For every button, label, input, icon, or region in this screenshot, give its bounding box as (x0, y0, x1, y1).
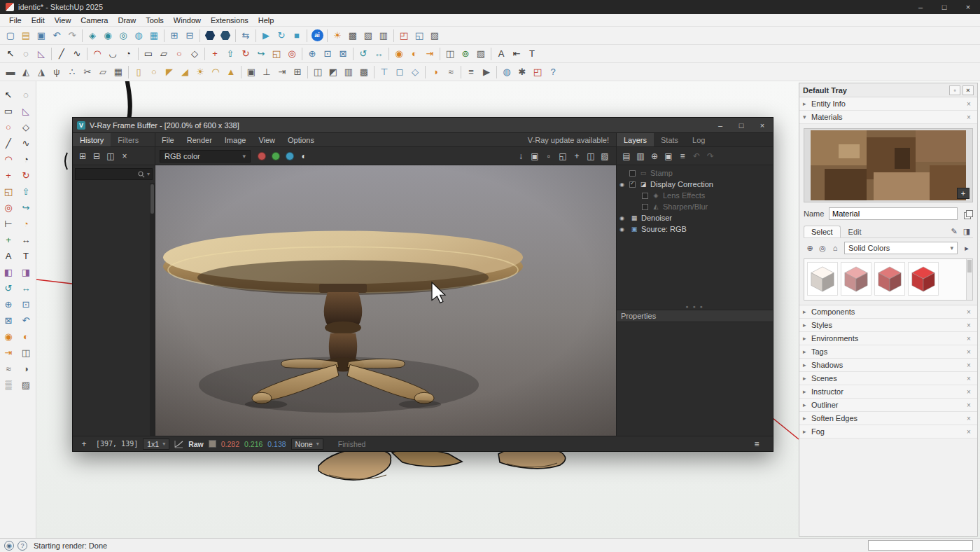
close-section-button[interactable]: × (964, 100, 974, 108)
section-fill-button[interactable]: ▩ (356, 64, 372, 80)
zoom-window-tool-button[interactable]: ⊡ (320, 46, 335, 62)
dimension-tool-button[interactable]: ⇤ (509, 46, 524, 62)
close-tray-button[interactable]: × (962, 85, 974, 95)
visibility-toggle-icon[interactable]: ◉ (620, 215, 629, 221)
arc-button[interactable]: ◠ (1, 151, 16, 167)
zoom-dropdown[interactable]: 1x1 ▾ (143, 439, 169, 450)
3d-text-button[interactable]: T (18, 248, 34, 263)
menu-tools[interactable]: Tools (141, 15, 169, 26)
vray-batch-render-button[interactable]: ⊟ (182, 28, 197, 43)
panel-splitter[interactable]: ● ● ● (617, 303, 773, 310)
menu-file[interactable]: File (4, 15, 27, 26)
tray-section-soften-edges[interactable]: ▸Soften Edges× (799, 412, 977, 425)
walk-button[interactable]: ⇥ (1, 345, 16, 360)
camera-walkthrough-button[interactable]: ⇥ (274, 64, 290, 80)
orbit-button[interactable]: ↺ (1, 280, 16, 296)
pan-button[interactable]: ↔ (18, 280, 34, 296)
offset-button[interactable]: ◎ (1, 200, 16, 215)
close-section-button[interactable]: × (964, 375, 974, 382)
in-model-button[interactable]: ⌂ (829, 242, 841, 254)
vfb-close-button[interactable]: × (752, 118, 773, 133)
vfb-menu-view[interactable]: View (252, 133, 281, 146)
close-section-button[interactable]: × (964, 415, 974, 422)
close-section-button[interactable]: × (964, 113, 974, 121)
close-section-button[interactable]: × (964, 322, 974, 329)
vray-enmesh-button[interactable]: ▦ (111, 64, 126, 80)
tab-history[interactable]: History (73, 133, 111, 146)
close-section-button[interactable]: × (964, 308, 974, 316)
extension-manager-button[interactable]: ◰ (530, 64, 545, 80)
vfb-minimize-button[interactable]: – (710, 118, 731, 133)
vfb-titlebar[interactable]: V V-Ray Frame Buffer - [200.0% of 600 x … (73, 118, 773, 133)
remove-from-history-button[interactable]: ⊟ (90, 149, 104, 163)
vray-fur-button[interactable]: ψ (49, 64, 64, 80)
rotate-tool-button[interactable]: ↻ (238, 46, 253, 62)
vray-omni-light-button[interactable]: ☀ (192, 64, 208, 80)
scrollbar-thumb[interactable] (967, 260, 972, 272)
zoom-window-button[interactable]: ⊡ (18, 296, 34, 312)
swatch-red[interactable] (908, 262, 939, 296)
green-channel-toggle[interactable] (272, 152, 280, 160)
swatch-light-red[interactable] (841, 262, 872, 296)
model-info-button[interactable]: ◍ (499, 64, 514, 80)
eraser-tool-button[interactable]: ◺ (34, 46, 49, 62)
save-file-button[interactable]: ▣ (34, 28, 49, 43)
copy-material-button[interactable] (960, 207, 973, 220)
geolocation-icon[interactable]: ◉ (4, 541, 14, 551)
tray-section-outliner[interactable]: ▸Outliner× (799, 399, 977, 412)
zoom-extents-button[interactable]: ⊠ (1, 312, 16, 328)
vray-render-last-button[interactable]: ◎ (115, 28, 131, 43)
section-plane-tool-button[interactable]: ◫ (442, 46, 458, 62)
soften-edges-button[interactable]: ≈ (1, 361, 16, 376)
layer-row-denoiser[interactable]: ◉▦Denoiser (617, 212, 773, 223)
clear-history-button[interactable]: × (118, 149, 132, 163)
add-layer-button[interactable]: ⊕ (648, 149, 662, 163)
vray-viewport-render-button[interactable]: ▦ (146, 28, 162, 43)
animation-play-button[interactable]: ▶ (479, 64, 494, 80)
look-around-tool-button[interactable]: ◐ (407, 46, 422, 62)
load-layer-preset-button[interactable]: ▤ (620, 149, 634, 163)
channel-dropdown[interactable]: RGB color ▾ (160, 150, 251, 163)
swatch-medium-red[interactable] (874, 262, 905, 296)
dimension-button[interactable]: ↔ (18, 232, 34, 247)
line-tool-button[interactable]: ╱ (54, 46, 69, 62)
measurements-input[interactable] (868, 540, 973, 551)
sample-paint-button[interactable]: ✎ (948, 226, 960, 237)
axes-button[interactable]: + (1, 232, 16, 247)
camera-two-point-button[interactable]: ⊥ (259, 64, 274, 80)
layer-checkbox[interactable] (629, 170, 636, 177)
vray-asset-editor-button[interactable]: ◈ (85, 28, 100, 43)
material-preview-zoom-button[interactable]: + (957, 188, 969, 199)
scale-tool-button[interactable]: ◱ (269, 46, 284, 62)
filter-dropdown[interactable]: None ▾ (291, 439, 323, 450)
3d-warehouse-button[interactable]: ◱ (412, 28, 427, 43)
text-tool-button[interactable]: A (493, 46, 509, 62)
tray-section-fog[interactable]: ▸Fog× (799, 425, 977, 439)
menu-extensions[interactable]: Extensions (206, 15, 253, 26)
tray-section-scenes[interactable]: ▸Scenes× (799, 372, 977, 385)
material-tab-edit[interactable]: Edit (841, 226, 869, 237)
open-file-button[interactable]: ▤ (18, 28, 34, 43)
close-section-button[interactable]: × (964, 388, 974, 396)
push-pull-button[interactable]: ⇧ (18, 184, 34, 199)
zoom-button[interactable]: ⊕ (1, 296, 16, 312)
save-image-button[interactable]: ↓ (514, 149, 528, 163)
position-camera-tool-button[interactable]: ◉ (391, 46, 407, 62)
material-name-input[interactable] (829, 207, 958, 220)
layer-row-stamp[interactable]: ▭Stamp (617, 167, 773, 179)
duplicate-layer-button[interactable]: ▣ (662, 149, 676, 163)
close-section-button[interactable]: × (964, 361, 974, 369)
vray-decal-button[interactable]: ▱ (95, 64, 111, 80)
match-photo-button[interactable]: ▨ (473, 46, 489, 62)
create-material-button[interactable]: ⊕ (804, 242, 816, 254)
pan-tool-button[interactable]: ↔ (371, 46, 386, 62)
ai-enhancer-button[interactable]: ai (309, 28, 325, 43)
camera-standard-button[interactable]: ▣ (244, 64, 259, 80)
visibility-toggle-icon[interactable]: ◉ (620, 226, 629, 233)
circle-button[interactable]: ○ (1, 119, 16, 134)
menu-edit[interactable]: Edit (27, 15, 50, 26)
collection-dropdown[interactable]: Solid Colors ▾ (844, 242, 958, 254)
file-path-editor-button[interactable]: ▥ (376, 28, 391, 43)
two-point-arc-tool-button[interactable]: ◡ (105, 46, 120, 62)
layer-row-display-correction[interactable]: ◉◪Display Correction (617, 179, 773, 190)
